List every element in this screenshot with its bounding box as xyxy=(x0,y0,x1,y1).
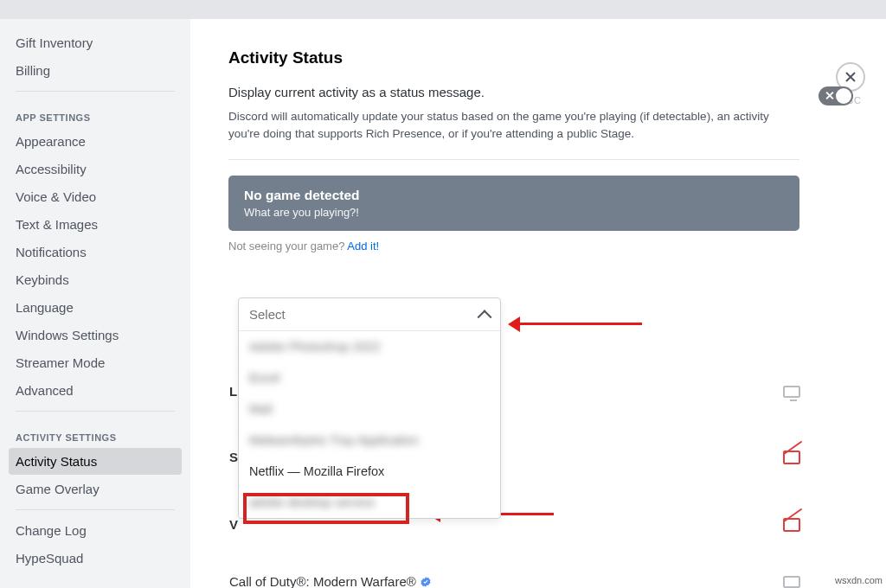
sidebar-item-windows-settings[interactable]: Windows Settings xyxy=(9,322,182,348)
select-option[interactable]: Mail xyxy=(239,393,500,425)
sidebar-item-gift-inventory[interactable]: Gift Inventory xyxy=(9,29,182,56)
overlay-disabled-icon[interactable] xyxy=(783,451,800,464)
sidebar-item-language[interactable]: Language xyxy=(9,294,182,321)
settings-sidebar: Gift Inventory Billing APP SETTINGS Appe… xyxy=(0,19,190,588)
overlay-disabled-icon[interactable] xyxy=(783,518,800,532)
sidebar-header-app: APP SETTINGS xyxy=(9,99,182,128)
select-option[interactable]: Excel xyxy=(239,362,500,393)
annotation-arrow xyxy=(512,323,642,325)
sidebar-item-voice-video[interactable]: Voice & Video xyxy=(9,183,182,210)
sidebar-item-appearance[interactable]: Appearance xyxy=(9,128,182,155)
sidebar-item-activity-status[interactable]: Activity Status xyxy=(9,448,182,475)
no-game-banner: No game detected What are you playing?! xyxy=(228,176,799,231)
divider xyxy=(16,411,175,412)
sidebar-item-text-images[interactable]: Text & Images xyxy=(9,211,182,238)
close-icon xyxy=(844,70,857,84)
select-search-input[interactable] xyxy=(249,307,479,322)
game-row: V xyxy=(229,517,800,532)
no-game-subtitle: What are you playing?! xyxy=(244,206,784,219)
activity-toggle[interactable] xyxy=(819,86,853,105)
sidebar-item-advanced[interactable]: Advanced xyxy=(9,377,182,404)
setting-description: Discord will automatically update your s… xyxy=(228,108,799,142)
sidebar-item-game-overlay[interactable]: Game Overlay xyxy=(9,476,182,502)
game-row-label: L xyxy=(229,384,237,399)
divider xyxy=(16,509,175,510)
select-option-netflix[interactable]: Netflix — Mozilla Firefox xyxy=(239,456,500,487)
toggle-off-icon xyxy=(824,90,836,102)
window-titlebar xyxy=(0,0,886,19)
divider xyxy=(16,91,175,92)
sidebar-item-notifications[interactable]: Notifications xyxy=(9,239,182,265)
sidebar-item-streamer-mode[interactable]: Streamer Mode xyxy=(9,349,182,376)
sidebar-item-change-log[interactable]: Change Log xyxy=(9,517,182,544)
watermark: wsxdn.com xyxy=(835,575,883,585)
no-game-title: No game detected xyxy=(244,188,784,203)
game-row-label: V xyxy=(229,517,238,532)
sidebar-header-activity: ACTIVITY SETTINGS xyxy=(9,419,182,448)
sidebar-item-hypesquad[interactable]: HypeSquad xyxy=(9,545,182,572)
add-hint-text: Not seeing your game? xyxy=(228,240,347,252)
page-title: Activity Status xyxy=(228,48,853,67)
sidebar-item-accessibility[interactable]: Accessibility xyxy=(9,156,182,182)
toggle-label: Display current activity as a status mes… xyxy=(228,85,801,99)
game-row-label: Call of Duty®: Modern Warfare® xyxy=(229,574,432,588)
divider xyxy=(228,159,799,160)
verified-icon xyxy=(420,576,432,588)
select-option[interactable]: adobe desktop service xyxy=(239,487,500,518)
add-it-link[interactable]: Add it! xyxy=(347,240,379,252)
game-row: Call of Duty®: Modern Warfare® xyxy=(229,574,800,588)
game-row-label: S xyxy=(229,450,238,464)
select-input-row[interactable] xyxy=(239,298,500,331)
sidebar-item-keybinds[interactable]: Keybinds xyxy=(9,266,182,293)
monitor-icon[interactable] xyxy=(783,386,800,398)
add-game-hint: Not seeing your game? Add it! xyxy=(228,240,853,252)
sidebar-item-billing[interactable]: Billing xyxy=(9,57,182,84)
select-option[interactable]: Malwarebytes Tray Application xyxy=(239,425,500,456)
game-select-dropdown[interactable]: Adobe Photoshop 2022 Excel Mail Malwareb… xyxy=(238,297,501,519)
chevron-up-icon xyxy=(478,310,492,324)
monitor-icon[interactable] xyxy=(783,576,800,588)
select-option[interactable]: Adobe Photoshop 2022 xyxy=(239,331,500,362)
